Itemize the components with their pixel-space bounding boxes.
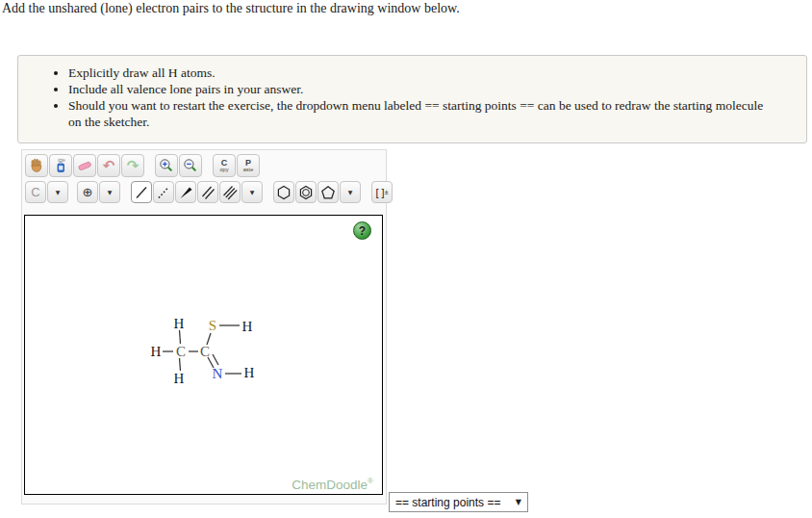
element-label-button[interactable]: C (25, 181, 46, 203)
chevron-down-icon: ▼ (250, 189, 255, 195)
benzene-ring-icon (298, 185, 314, 200)
bond-dropdown-button[interactable]: ▼ (241, 181, 263, 203)
triple-bond-button[interactable] (219, 181, 241, 203)
molecule-svg: HHHCCSHNH (25, 216, 381, 493)
svg-text:H: H (174, 371, 185, 386)
svg-text:H: H (151, 344, 162, 359)
chevron-down-icon: ▼ (56, 189, 61, 195)
svg-text:S: S (209, 318, 216, 333)
single-bond-icon (134, 185, 149, 200)
undo-arrow-icon: ↶ (103, 159, 115, 173)
instruction-list: Explicitly draw all H atoms. Include all… (68, 65, 777, 130)
undo-button[interactable]: ↶ (97, 154, 120, 177)
zoom-out-button[interactable] (179, 154, 202, 177)
hexagon-ring-icon (276, 185, 292, 200)
bracket-charge-button[interactable]: [ ]± (371, 181, 393, 203)
redo-button[interactable]: ↷ (121, 154, 144, 177)
paste-button[interactable]: P aste (237, 154, 260, 177)
chevron-down-icon: ▼ (348, 189, 353, 195)
dashed-bond-button[interactable] (153, 181, 174, 203)
triple-bond-icon (222, 185, 238, 200)
svg-text:H: H (174, 316, 185, 331)
pentagon-ring-button[interactable] (317, 181, 339, 203)
copy-button[interactable]: C opy (213, 154, 236, 177)
svg-text:H: H (242, 319, 253, 334)
pan-button[interactable] (25, 154, 48, 177)
paste-label: P aste (243, 159, 253, 173)
copy-label: C opy (220, 159, 229, 173)
svg-text:C: C (200, 344, 210, 359)
ring-dropdown-button[interactable]: ▼ (340, 181, 361, 203)
hexagon-ring-button[interactable] (273, 181, 294, 203)
spray-bottle-icon (53, 158, 68, 173)
help-button[interactable]: ? (353, 221, 371, 240)
bracket-charge-icon: [ ]± (375, 187, 388, 198)
dashed-bond-icon (156, 185, 171, 200)
instruction-item: Should you want to restart the exercise,… (68, 97, 777, 130)
zoom-in-button[interactable] (155, 154, 178, 177)
charge-dropdown-button[interactable]: ▼ (99, 181, 120, 203)
element-label: C (31, 185, 39, 199)
toolbar-row-1: ↶ ↷ (25, 154, 260, 177)
starting-points-select[interactable]: == starting points == ▼ (389, 492, 528, 512)
starting-points-value: == starting points == (395, 496, 500, 509)
page-title: Add the unshared (lone) electron pairs t… (2, 1, 460, 16)
element-dropdown-button[interactable]: ▼ (47, 181, 68, 203)
pentagon-ring-icon (320, 185, 336, 200)
chevron-down-icon: ▼ (108, 189, 113, 195)
zoom-in-icon (159, 158, 174, 173)
instruction-item: Explicitly draw all H atoms. (68, 65, 777, 81)
hand-icon (29, 158, 44, 173)
instruction-box: Explicitly draw all H atoms. Include all… (17, 55, 807, 143)
sketcher-widget: ↶ ↷ (21, 149, 387, 505)
benzene-ring-button[interactable] (295, 181, 317, 203)
toolbar-row-2: C ▼ ⊕ ▼ (25, 181, 393, 203)
single-bond-button[interactable] (131, 181, 152, 203)
svg-text:H: H (244, 365, 255, 380)
svg-text:C: C (176, 344, 186, 359)
double-bond-icon (200, 185, 216, 200)
wedge-bond-button[interactable] (175, 181, 196, 203)
select-arrow-icon: ▼ (516, 498, 521, 506)
double-bond-button[interactable] (197, 181, 218, 203)
clear-button[interactable] (49, 154, 72, 177)
question-mark-icon: ? (359, 224, 366, 238)
eraser-icon (77, 158, 92, 173)
charge-plus-icon: ⊕ (83, 185, 93, 199)
erase-button[interactable] (73, 154, 96, 177)
redo-arrow-icon: ↷ (127, 159, 140, 173)
instruction-item: Include all valence lone pairs in your a… (68, 81, 777, 97)
wedge-bond-icon (178, 185, 193, 200)
svg-text:N: N (213, 366, 223, 381)
chemdoodle-brand: ChemDoodle® (292, 477, 373, 492)
registered-mark: ® (368, 477, 373, 485)
drawing-canvas[interactable]: HHHCCSHNH ? ChemDoodle® (24, 215, 383, 495)
charge-button[interactable]: ⊕ (77, 181, 98, 203)
zoom-out-icon (183, 158, 198, 173)
